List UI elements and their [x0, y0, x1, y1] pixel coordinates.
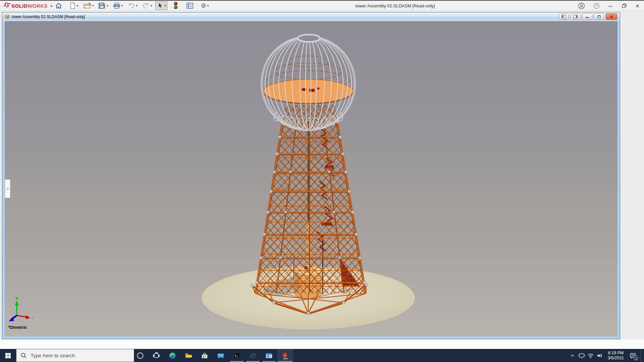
view-orientation-label: *Dimetric [8, 325, 27, 330]
display-icon [578, 352, 585, 359]
taskbar-search[interactable] [16, 349, 134, 362]
mail-icon [217, 352, 225, 360]
document-title-bar[interactable]: tower Assembly 02.SLDASM [Read-only] [2, 12, 620, 21]
redo-button[interactable]: ▾ [141, 1, 154, 10]
save-button[interactable]: ▾ [97, 1, 110, 10]
graphics-viewport[interactable]: x *Dimetric [5, 21, 618, 337]
home-icon [55, 2, 62, 9]
brand-works: WORKS [28, 3, 47, 9]
open-caret[interactable]: ▾ [92, 4, 94, 7]
taskbar-store-button[interactable] [197, 349, 213, 362]
sw-year-label: 2021 [283, 357, 288, 360]
taskbar-task-view-button[interactable] [148, 349, 164, 362]
pane-right-button[interactable] [571, 13, 581, 20]
tray-network-button[interactable] [586, 349, 595, 362]
window-app-icon [265, 352, 273, 360]
flyout-icon[interactable]: ▸ [51, 4, 53, 8]
taskbar-terminal-button[interactable] [229, 349, 245, 362]
volume-icon [596, 352, 603, 359]
doc-close-button[interactable]: × [606, 13, 617, 20]
tray-display-button[interactable] [577, 349, 586, 362]
options-button[interactable]: ⚙ ▾ [200, 1, 210, 10]
chevron-up-icon [569, 352, 576, 359]
redo-icon [142, 3, 150, 9]
tray-clock[interactable]: 8:19 PM 3/5/2021 [605, 351, 626, 361]
show-desktop-button[interactable] [640, 349, 642, 362]
print-caret[interactable]: ▾ [121, 4, 123, 7]
taskbar-edge-button[interactable] [164, 349, 180, 362]
doc-minimize-button[interactable] [582, 13, 592, 20]
wifi-icon [587, 352, 594, 359]
save-caret[interactable]: ▾ [107, 4, 108, 7]
pane-left-icon [561, 15, 566, 18]
new-document-caret[interactable]: ▾ [77, 4, 78, 7]
search-input[interactable] [30, 352, 124, 359]
restore-icon[interactable] [622, 3, 627, 8]
sw-cube-label: SW [283, 355, 287, 357]
taskbar-hexagon-app-button[interactable] [245, 349, 261, 362]
taskbar-cortana-button[interactable] [132, 349, 148, 362]
new-document-button[interactable]: ▾ [68, 1, 80, 10]
tray-volume-button[interactable] [595, 349, 604, 362]
help-icon[interactable]: ? [594, 3, 599, 9]
options-gear-icon: ⚙ [201, 2, 206, 9]
close-icon[interactable]: × [636, 3, 639, 9]
print-icon [113, 2, 120, 9]
taskbar-solidworks-button[interactable]: SW 2021 [277, 349, 293, 362]
feature-manager-collapsed-tab[interactable] [5, 179, 10, 198]
undo-icon [127, 3, 135, 9]
doc-restore-button[interactable] [594, 13, 604, 20]
tower-3d-model[interactable] [5, 21, 618, 337]
pane-left-button[interactable] [559, 13, 569, 20]
select-caret[interactable]: ▾ [164, 4, 166, 7]
solidworks-icon: SW 2021 [281, 351, 289, 360]
status-bar [0, 340, 644, 349]
task-list-icon [186, 2, 194, 9]
options-caret[interactable]: ▾ [207, 4, 209, 7]
app-title-bar: SOLIDWORKS ▸ ▾ [0, 0, 644, 11]
minimize-icon [585, 15, 589, 18]
account-icon[interactable] [578, 2, 585, 9]
taskbar-file-explorer-button[interactable] [180, 349, 197, 362]
assembly-doc-icon [4, 14, 10, 19]
open-button[interactable]: ▾ [82, 1, 95, 10]
brand-solid: SOLID [11, 3, 28, 9]
orientation-triad-icon: x [6, 292, 40, 329]
app-title: tower Assembly 02.SLDASM [Read-only] [356, 3, 435, 8]
select-tool-button[interactable]: ▾ [155, 1, 167, 10]
undo-button[interactable]: ▾ [126, 1, 139, 10]
print-button[interactable]: ▾ [112, 1, 124, 10]
rebuild-button[interactable] [172, 1, 179, 10]
task-view-icon [152, 352, 160, 360]
minimize-icon[interactable] [608, 3, 613, 8]
redo-caret[interactable]: ▾ [151, 4, 152, 7]
open-icon [83, 2, 91, 9]
edge-icon [168, 352, 176, 360]
terminal-icon [233, 352, 241, 360]
document-title: tower Assembly 02.SLDASM [Read-only] [12, 14, 85, 19]
tray-chevron-button[interactable] [568, 349, 577, 362]
solidworks-app-window: SOLIDWORKS ▸ ▾ [0, 0, 644, 362]
hexagon-app-icon [249, 352, 257, 360]
document-window: tower Assembly 02.SLDASM [Read-only] [2, 12, 620, 339]
rebuild-traffic-light-icon [173, 2, 178, 10]
taskbar-mail-button[interactable] [213, 349, 229, 362]
clock-time: 8:19 PM [605, 351, 626, 356]
undo-caret[interactable]: ▾ [136, 4, 138, 7]
search-icon [20, 352, 27, 359]
task-pane-button[interactable] [185, 1, 195, 10]
pane-right-icon [573, 15, 578, 18]
new-document-icon [70, 2, 76, 9]
restore-icon [597, 15, 601, 18]
clock-date: 3/5/2021 [605, 356, 626, 361]
home-button[interactable] [54, 1, 64, 10]
action-center-button[interactable]: 3 [628, 349, 638, 362]
start-button[interactable] [0, 349, 16, 362]
tower-lattice[interactable] [255, 105, 366, 294]
store-icon [201, 352, 209, 360]
taskbar-window-app-button[interactable] [261, 349, 277, 362]
notification-badge: 3 [634, 356, 638, 360]
windows-taskbar: SW 2021 [0, 349, 644, 362]
file-explorer-icon [184, 352, 193, 360]
solidworks-mark-icon [3, 2, 11, 9]
